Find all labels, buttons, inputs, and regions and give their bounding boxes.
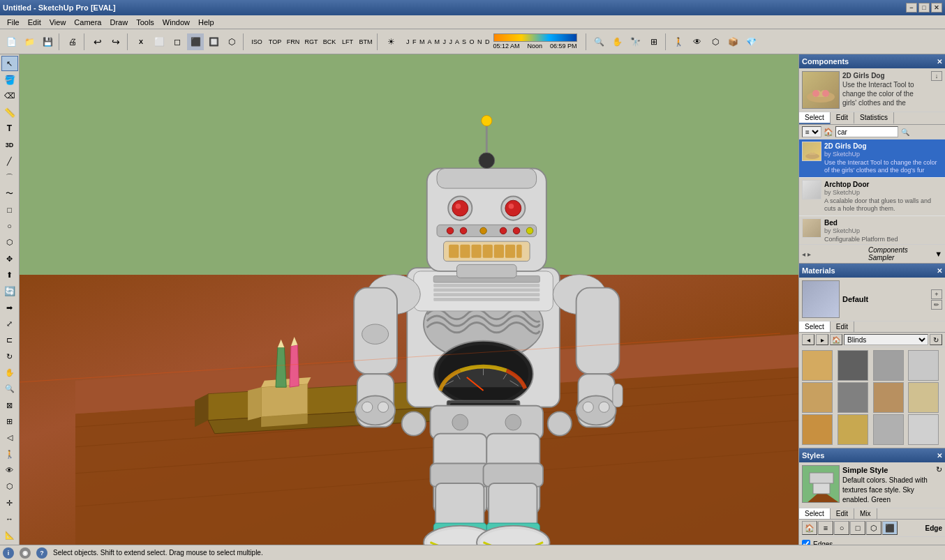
comp-view-select[interactable]: ≡: [802, 126, 821, 137]
walk-button[interactable]: 🚶: [671, 33, 687, 50]
redo-button[interactable]: ↪: [107, 33, 124, 50]
materials-close[interactable]: ✕: [937, 267, 942, 275]
camera-pan[interactable]: ✋: [609, 33, 626, 50]
mat-swatch-3[interactable]: [908, 350, 939, 381]
menu-edit[interactable]: Edit: [24, 17, 45, 28]
mat-swatch-7[interactable]: [908, 382, 939, 413]
status-info-icon[interactable]: i: [3, 547, 14, 559]
tool-axes[interactable]: ✛: [1, 495, 18, 510]
close-button[interactable]: ✕: [931, 3, 942, 13]
textured-button[interactable]: 🔲: [205, 33, 222, 50]
bottom-button[interactable]: BTM: [357, 33, 374, 50]
component-item-bed[interactable]: Bed by SketchUp Configurable Platform Be…: [799, 216, 945, 244]
style-tab-mix[interactable]: Mix: [854, 508, 877, 519]
mat-swatch-1[interactable]: [838, 350, 868, 381]
tool-freehand[interactable]: 〜: [1, 186, 18, 202]
tool-rectangle[interactable]: □: [1, 202, 18, 218]
comp-tab-statistics[interactable]: Statistics: [854, 112, 894, 124]
tool-zoom[interactable]: 🔍: [1, 381, 18, 397]
tool-zoomextents[interactable]: ⊞: [1, 414, 18, 429]
status-warning-icon[interactable]: ◉: [20, 547, 31, 559]
mat-swatch-0[interactable]: [802, 350, 833, 381]
comp-refresh-btn[interactable]: ↓: [931, 71, 942, 81]
styles-close[interactable]: ✕: [937, 452, 942, 460]
mat-back-btn[interactable]: ◂: [802, 334, 814, 345]
mat-edit-btn[interactable]: ✏: [931, 300, 942, 310]
left-button[interactable]: LFT: [339, 33, 356, 50]
mat-tab-select[interactable]: Select: [799, 321, 831, 332]
section-button[interactable]: ⬡: [707, 33, 724, 50]
iso-button[interactable]: ISO: [248, 33, 265, 50]
mat-swatch-8[interactable]: [802, 414, 833, 445]
mat-home-btn[interactable]: 🏠: [830, 334, 842, 345]
mat-swatch-9[interactable]: [838, 414, 868, 445]
component-item-door[interactable]: Archtop Door by SketchUp A scalable door…: [799, 178, 945, 216]
mat-swatch-10[interactable]: [873, 414, 904, 445]
mat-swatch-5[interactable]: [838, 382, 868, 413]
tool-prevview[interactable]: ◁: [1, 430, 18, 446]
wireframe-button[interactable]: ⬜: [151, 33, 168, 50]
mat-swatch-11[interactable]: [908, 414, 939, 445]
menu-view[interactable]: View: [45, 17, 70, 28]
shadow-toggle[interactable]: ☀: [382, 33, 399, 50]
style-icon-filled-cube[interactable]: ⬛: [882, 521, 898, 535]
style-icon-cube[interactable]: ⬡: [866, 521, 881, 535]
tool-text[interactable]: T: [1, 121, 18, 136]
menu-camera[interactable]: Camera: [70, 17, 105, 28]
undo-button[interactable]: ↩: [89, 33, 106, 50]
tool-eraser[interactable]: ⌫: [1, 89, 18, 104]
sun-bar[interactable]: [493, 33, 577, 42]
tool-rotate[interactable]: 🔄: [1, 284, 18, 299]
tool-arc[interactable]: ⌒: [1, 169, 18, 185]
tool-dimension[interactable]: ↔: [1, 511, 18, 527]
tool-orbit[interactable]: ↻: [1, 349, 18, 364]
new-button[interactable]: 📄: [3, 33, 20, 50]
tool-offset[interactable]: ⊏: [1, 333, 18, 348]
tool-move[interactable]: ✥: [1, 251, 18, 266]
camera-orbit[interactable]: 🔍: [591, 33, 608, 50]
front-button[interactable]: FRN: [285, 33, 302, 50]
menu-file[interactable]: File: [3, 17, 24, 28]
hidden-line-button[interactable]: ◻: [169, 33, 186, 50]
tool-pan[interactable]: ✋: [1, 365, 18, 380]
print-button[interactable]: 🖨: [64, 33, 81, 50]
maximize-button[interactable]: □: [918, 3, 930, 13]
comp-expand-btn[interactable]: ▼: [935, 250, 942, 258]
tool-lookat[interactable]: 👁: [1, 462, 18, 478]
style-icon-lines[interactable]: ≡: [818, 521, 833, 535]
comp-search-btn[interactable]: 🔍: [900, 126, 911, 137]
tool-zoomwindow[interactable]: ⊠: [1, 398, 18, 413]
tool-protractor[interactable]: 📐: [1, 528, 18, 543]
mat-fwd-btn[interactable]: ▸: [816, 334, 828, 345]
comp-tab-edit[interactable]: Edit: [831, 112, 854, 124]
camera-zoom[interactable]: 🔭: [627, 33, 644, 50]
open-button[interactable]: 📁: [21, 33, 38, 50]
tool-tape[interactable]: 📏: [1, 105, 18, 120]
tool-walk[interactable]: 🚶: [1, 446, 18, 462]
mat-swatch-4[interactable]: [802, 382, 833, 413]
top-button[interactable]: TOP: [267, 33, 283, 50]
tool-line[interactable]: ╱: [1, 153, 18, 169]
tool-select[interactable]: ↖: [1, 56, 18, 71]
tool-paint[interactable]: 🪣: [1, 72, 18, 87]
tool-circle[interactable]: ○: [1, 218, 18, 234]
components-button[interactable]: 📦: [725, 33, 742, 50]
ruby-button[interactable]: 💎: [743, 33, 760, 50]
tool-scale[interactable]: ⤢: [1, 316, 18, 331]
mat-swatch-2[interactable]: [873, 350, 904, 381]
style-tab-select[interactable]: Select: [799, 508, 831, 519]
mat-tab-edit[interactable]: Edit: [831, 321, 854, 332]
mat-refresh-btn[interactable]: ↻: [930, 334, 942, 345]
style-tab-edit[interactable]: Edit: [831, 508, 854, 519]
style-icon-square[interactable]: □: [850, 521, 865, 535]
component-list[interactable]: 2D Girls Dog by SketchUp Use the Interac…: [799, 139, 945, 244]
tool-pushpull[interactable]: ⬆: [1, 267, 18, 282]
right-button[interactable]: RGT: [303, 33, 320, 50]
status-help-icon[interactable]: ?: [36, 547, 47, 559]
menu-window[interactable]: Window: [158, 17, 194, 28]
minimize-button[interactable]: −: [906, 3, 917, 13]
material-category-select[interactable]: Blinds Brick and Cladding Colors Wood: [844, 334, 928, 345]
mat-new-btn[interactable]: +: [931, 289, 942, 299]
save-button[interactable]: 💾: [39, 33, 56, 50]
viewport[interactable]: ■■■■■: [20, 54, 798, 545]
